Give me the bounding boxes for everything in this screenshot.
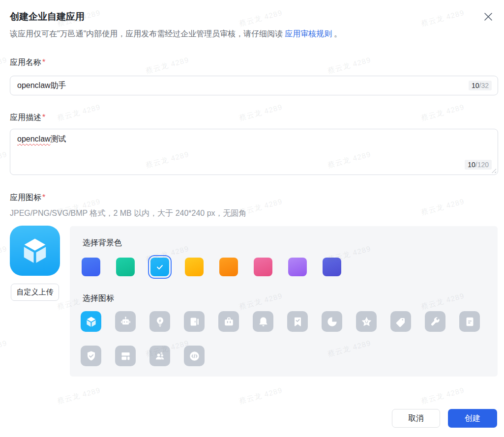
icon-tile-bell[interactable] — [253, 311, 273, 332]
star-icon — [360, 315, 373, 328]
watermark-text: 蔡云龙 4289 — [0, 244, 8, 265]
app-icon-preview — [10, 226, 60, 276]
watermark-text: 蔡云龙 4289 — [420, 197, 465, 218]
icon-tile-users[interactable] — [149, 346, 170, 366]
watermark-text: 蔡云龙 4289 — [238, 103, 283, 123]
create-app-dialog: 创建企业自建应用 该应用仅可在"万邑通"内部使用，应用发布需经过企业管理员审核，… — [0, 0, 504, 437]
watermark-text: 蔡云龙 4289 — [0, 56, 8, 76]
layout-icon — [119, 350, 132, 363]
bg-color-orange[interactable] — [219, 258, 238, 276]
subtitle-text: 该应用仅可在"万邑通"内部使用，应用发布需经过企业管理员审核，请仔细阅读 — [10, 29, 283, 38]
icon-selection-panel: 选择背景色 选择图标 — [70, 226, 498, 377]
check-icon — [155, 262, 165, 272]
icon-choice-tiles — [81, 311, 482, 366]
dialog-title: 创建企业自建应用 — [10, 10, 85, 23]
icon-tile-tag[interactable] — [390, 311, 411, 332]
watermark-text: 蔡云龙 4289 — [0, 339, 8, 359]
icon-tile-robot[interactable] — [115, 311, 136, 332]
icon-tile-wrench[interactable] — [425, 311, 445, 332]
app-icon-label: 应用图标* — [10, 193, 45, 203]
icon-tile-door[interactable] — [184, 311, 205, 332]
icon-tile-star[interactable] — [356, 311, 377, 332]
bg-color-green[interactable] — [116, 258, 135, 276]
watermark-text: 蔡云龙 4289 — [420, 103, 465, 123]
icon-choice-title: 选择图标 — [83, 293, 114, 304]
door-icon — [188, 315, 201, 328]
watermark-text: 蔡云龙 4289 — [420, 8, 465, 29]
tag-icon — [394, 315, 408, 328]
bg-color-pink[interactable] — [254, 258, 272, 276]
required-asterisk: * — [42, 193, 45, 202]
icon-tile-cube-selected[interactable] — [81, 311, 101, 332]
watermark-text: 蔡云龙 4289 — [56, 386, 101, 407]
bg-color-indigo[interactable] — [323, 258, 341, 276]
custom-upload-button[interactable]: 自定义上传 — [11, 284, 59, 301]
pie-chart-icon — [326, 315, 339, 328]
document-icon — [463, 315, 476, 328]
watermark-text: 蔡云龙 4289 — [238, 8, 283, 29]
cube-icon — [19, 234, 51, 267]
bg-color-blue[interactable] — [82, 258, 100, 276]
icon-tile-briefcase[interactable] — [218, 311, 239, 332]
bookmark-check-icon — [291, 315, 304, 328]
background-color-swatches — [82, 258, 341, 276]
icon-tile-pie-chart[interactable] — [322, 311, 342, 332]
subtitle-period: 。 — [334, 29, 342, 38]
code-icon — [188, 350, 201, 363]
icon-tile-shield-check[interactable] — [81, 346, 101, 366]
app-name-input[interactable]: openclaw助手 10/32 — [10, 76, 498, 95]
app-name-label: 应用名称* — [10, 58, 45, 68]
close-icon[interactable] — [481, 10, 495, 24]
icon-tile-layout[interactable] — [115, 346, 136, 366]
icon-format-hint: JPEG/PNG/SVG/BMP 格式，2 MB 以内，大于 240*240 p… — [10, 208, 247, 219]
shield-check-icon — [85, 350, 98, 363]
bg-color-purple[interactable] — [288, 258, 307, 276]
briefcase-icon — [222, 315, 236, 328]
watermark-text: 蔡云龙 4289 — [56, 103, 101, 123]
watermark-text: 蔡云龙 4289 — [420, 386, 465, 407]
icon-tile-bulb[interactable] — [149, 311, 170, 332]
required-asterisk: * — [42, 113, 45, 121]
app-desc-textarea[interactable]: openclaw测试 10/120 — [10, 129, 498, 175]
bg-color-yellow[interactable] — [185, 258, 204, 276]
watermark-text: 蔡云龙 4289 — [238, 386, 283, 407]
app-desc-label: 应用描述* — [10, 113, 45, 123]
app-name-counter: 10/32 — [469, 81, 492, 90]
cube-icon — [85, 315, 98, 328]
watermark-text: 蔡云龙 4289 — [0, 150, 8, 171]
create-button[interactable]: 创建 — [448, 409, 497, 428]
app-name-value: openclaw助手 — [17, 81, 66, 91]
app-desc-value-misspelled: openclaw — [17, 135, 51, 143]
wrench-icon — [429, 315, 442, 328]
resize-handle-icon[interactable] — [492, 169, 496, 173]
watermark-text: 蔡云龙 4289 — [145, 56, 190, 76]
background-color-title: 选择背景色 — [83, 238, 122, 248]
required-asterisk: * — [42, 58, 45, 66]
bulb-icon — [153, 315, 167, 328]
bg-color-sky-selected[interactable] — [150, 258, 169, 276]
app-desc-counter: 10/120 — [465, 160, 492, 170]
users-icon — [153, 350, 167, 363]
icon-tile-code[interactable] — [184, 346, 205, 366]
icon-tile-bookmark-check[interactable] — [287, 311, 308, 332]
icon-tile-document[interactable] — [459, 311, 480, 332]
cancel-button[interactable]: 取消 — [392, 409, 440, 428]
app-desc-value: 测试 — [51, 135, 66, 143]
robot-icon — [119, 315, 132, 328]
watermark-text: 蔡云龙 4289 — [326, 56, 372, 76]
dialog-subtitle: 该应用仅可在"万邑通"内部使用，应用发布需经过企业管理员审核，请仔细阅读应用审核… — [10, 29, 342, 39]
review-rules-link[interactable]: 应用审核规则 — [285, 29, 332, 38]
bell-icon — [257, 315, 270, 328]
